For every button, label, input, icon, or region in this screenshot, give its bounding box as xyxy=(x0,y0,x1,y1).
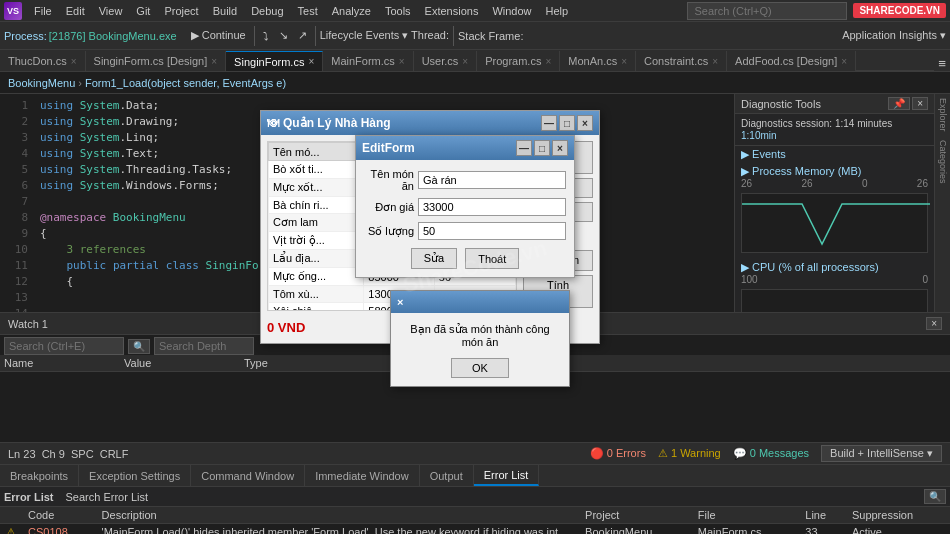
close-icon[interactable]: × xyxy=(621,56,627,67)
menu-project[interactable]: Project xyxy=(158,3,204,19)
watch-search-btn[interactable]: 🔍 xyxy=(128,339,150,354)
message-count[interactable]: 💬 0 Messages xyxy=(733,447,809,460)
bottom-tab-bar: Breakpoints Exception Settings Command W… xyxy=(0,465,950,487)
col-icon xyxy=(0,507,22,524)
memory-axis: 2626026 xyxy=(741,178,928,189)
close-icon[interactable]: × xyxy=(841,56,847,67)
error-project: BookingMenu xyxy=(579,524,692,535)
sharecode-logo: SHARECODE.VN xyxy=(853,3,946,18)
tab-mainform[interactable]: MainForm.cs × xyxy=(323,51,413,71)
tab-bar: ThucDon.cs × SinginForm.cs [Design] × Si… xyxy=(0,50,950,72)
menu-window[interactable]: Window xyxy=(486,3,537,19)
menu-view[interactable]: View xyxy=(93,3,129,19)
process-memory-section: ▶ Process Memory (MB) 2626026 xyxy=(735,163,934,259)
vs-logo: VS xyxy=(4,2,22,20)
error-filter: Search Error List xyxy=(66,491,149,503)
toolbar-sep2 xyxy=(315,26,316,46)
menu-edit[interactable]: Edit xyxy=(60,3,91,19)
close-icon[interactable]: × xyxy=(712,56,718,67)
toolbar: Process: [21876] BookingMenu.exe ▶ Conti… xyxy=(0,22,950,50)
menu-extensions[interactable]: Extensions xyxy=(419,3,485,19)
tab-errorlist[interactable]: Error List xyxy=(474,465,540,486)
tab-singin[interactable]: SinginForm.cs × xyxy=(226,51,323,71)
diag-close[interactable]: × xyxy=(912,97,928,110)
watch-columns: Name Value Type xyxy=(0,355,950,372)
watch-title: Watch 1 xyxy=(8,318,48,330)
error-file: MainForm.cs xyxy=(692,524,799,535)
watch-depth-input[interactable] xyxy=(154,337,254,355)
toolbar-step-in[interactable]: ↘ xyxy=(275,27,292,44)
menu-git[interactable]: Git xyxy=(130,3,156,19)
menu-file[interactable]: File xyxy=(28,3,58,19)
tab-addfood[interactable]: AddFood.cs [Design] × xyxy=(727,51,856,71)
close-icon[interactable]: × xyxy=(462,56,468,67)
cpu-chart xyxy=(741,289,928,312)
error-code: CS0108 xyxy=(22,524,96,535)
tab-constraint[interactable]: Constraint.cs × xyxy=(636,51,727,71)
close-icon[interactable]: × xyxy=(211,56,217,67)
tab-thucdon[interactable]: ThucDon.cs × xyxy=(0,51,86,71)
tab-immediate[interactable]: Immediate Window xyxy=(305,465,420,486)
col-name-header: Name xyxy=(4,357,124,369)
tab-command[interactable]: Command Window xyxy=(191,465,305,486)
tab-exceptions[interactable]: Exception Settings xyxy=(79,465,191,486)
close-icon[interactable]: × xyxy=(71,56,77,67)
diagnostic-panel: Diagnostic Tools 📌 × Diagnostics session… xyxy=(734,94,934,312)
close-icon[interactable]: × xyxy=(308,56,314,67)
tab-monan[interactable]: MonAn.cs × xyxy=(560,51,636,71)
error-search-btn[interactable]: 🔍 xyxy=(924,489,946,504)
error-list-label: Error List xyxy=(4,491,54,503)
watch-search-input[interactable] xyxy=(4,337,124,355)
app-insights: Application Insights ▾ xyxy=(842,29,946,42)
code-editor[interactable]: 123456 789101112 1314151617 1819202122 2… xyxy=(0,94,734,312)
watch-header: Watch 1 × xyxy=(0,313,950,335)
process-value: [21876] BookingMenu.exe xyxy=(49,30,177,42)
breadcrumb-right: Form1_Load(object sender, EventArgs e) xyxy=(85,77,286,89)
menu-debug[interactable]: Debug xyxy=(245,3,289,19)
close-icon[interactable]: × xyxy=(545,56,551,67)
menu-bar: VS File Edit View Git Project Build Debu… xyxy=(0,0,950,22)
col-file: File xyxy=(692,507,799,524)
code-content[interactable]: using System.Data; using System.Drawing;… xyxy=(32,94,734,290)
stack-label: Stack Frame: xyxy=(458,30,523,42)
error-table: Code Description Project File Line Suppr… xyxy=(0,507,950,534)
menu-search[interactable] xyxy=(687,2,847,20)
watch-search-area: 🔍 xyxy=(0,337,950,355)
elapsed-info: 1:10min xyxy=(741,130,928,141)
watch-close[interactable]: × xyxy=(926,317,942,330)
menu-help[interactable]: Help xyxy=(540,3,575,19)
menu-tools[interactable]: Tools xyxy=(379,3,417,19)
tab-user[interactable]: User.cs × xyxy=(414,51,478,71)
tab-breakpoints[interactable]: Breakpoints xyxy=(0,465,79,486)
col-desc: Description xyxy=(96,507,580,524)
bottom-panel: Breakpoints Exception Settings Command W… xyxy=(0,464,950,534)
tab-output[interactable]: Output xyxy=(420,465,474,486)
tab-singindesign[interactable]: SinginForm.cs [Design] × xyxy=(86,51,227,71)
error-suppression: Active xyxy=(846,524,950,535)
build-btn[interactable]: Build + IntelliSense ▾ xyxy=(821,445,942,462)
menu-test[interactable]: Test xyxy=(292,3,324,19)
tab-overflow[interactable]: ≡ xyxy=(934,56,950,71)
events-toggle[interactable]: ▶ Events xyxy=(741,148,928,161)
menu-analyze[interactable]: Analyze xyxy=(326,3,377,19)
session-section: Diagnostics session: 1:14 minutes 1:10mi… xyxy=(735,114,934,146)
cpu-label: ▶ CPU (% of all processors) xyxy=(741,261,928,274)
menu-build[interactable]: Build xyxy=(207,3,243,19)
col-suppression: Suppression xyxy=(846,507,950,524)
diag-pin[interactable]: 📌 xyxy=(888,97,910,110)
col-type-header: Type xyxy=(244,357,946,369)
toolbar-step-out[interactable]: ↗ xyxy=(294,27,311,44)
toolbar-step-over[interactable]: ⤵ xyxy=(259,28,273,44)
lifecycle-label: Lifecycle Events ▾ Thread: xyxy=(320,29,449,42)
close-icon[interactable]: × xyxy=(399,56,405,67)
error-count[interactable]: 🔴 0 Errors xyxy=(590,447,646,460)
memory-chart xyxy=(741,193,928,253)
events-area: ▶ Events xyxy=(735,146,934,163)
main-layout: 123456 789101112 1314151617 1819202122 2… xyxy=(0,94,950,312)
toolbar-continue[interactable]: ▶ Continue xyxy=(187,27,250,44)
warning-count[interactable]: ⚠ 1 Warning xyxy=(658,447,721,460)
breadcrumb: BookingMenu › Form1_Load(object sender, … xyxy=(0,72,950,94)
tab-program[interactable]: Program.cs × xyxy=(477,51,560,71)
line-numbers: 123456 789101112 1314151617 1819202122 2… xyxy=(0,94,32,290)
error-row[interactable]: ⚠ CS0108 'MainForm.Load()' hides inherit… xyxy=(0,524,950,535)
